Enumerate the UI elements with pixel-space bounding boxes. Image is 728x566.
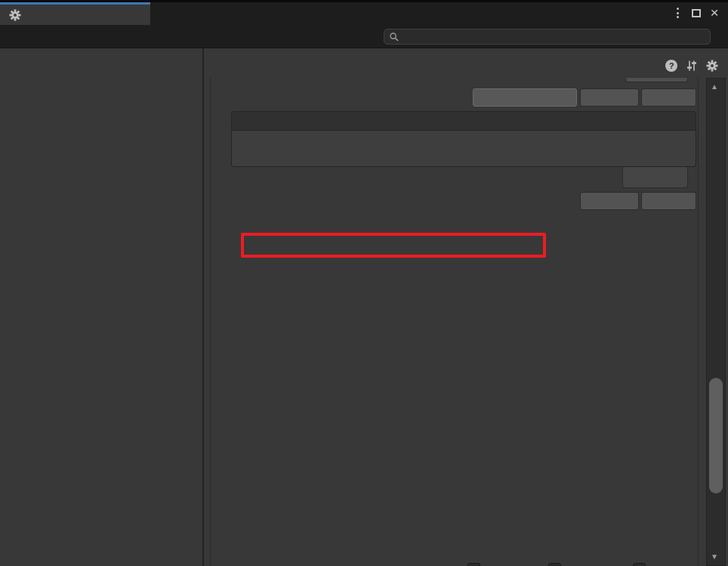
search-input[interactable] bbox=[399, 32, 694, 42]
gear-icon bbox=[9, 9, 21, 21]
window-menu-button[interactable] bbox=[671, 5, 684, 20]
compiler-arguments-empty bbox=[231, 131, 696, 167]
clipped-button[interactable] bbox=[625, 78, 688, 82]
scroll-up-arrow[interactable]: ▲ bbox=[705, 82, 724, 91]
project-settings-tab[interactable] bbox=[0, 2, 150, 25]
presets-icon[interactable] bbox=[686, 60, 698, 72]
revert-button-top[interactable] bbox=[580, 88, 639, 107]
window-titlebar: × bbox=[0, 0, 728, 25]
list-toolbar bbox=[622, 167, 688, 188]
revert-button[interactable] bbox=[580, 192, 639, 210]
close-button[interactable]: × bbox=[707, 5, 722, 20]
scrollbar-thumb[interactable] bbox=[709, 378, 723, 493]
settings-gear-icon[interactable] bbox=[706, 60, 718, 72]
stacktrace-checkbox[interactable] bbox=[548, 563, 561, 566]
scroll-down-arrow[interactable]: ▼ bbox=[705, 552, 724, 561]
search-field[interactable] bbox=[384, 29, 711, 45]
log-type-row bbox=[211, 539, 699, 560]
vertical-scrollbar[interactable]: ▲ ▼ bbox=[705, 78, 728, 566]
highlight-annotation bbox=[241, 233, 546, 258]
help-icon[interactable]: ? bbox=[665, 60, 677, 72]
settings-category-list bbox=[0, 48, 204, 566]
stacktrace-checkbox[interactable] bbox=[467, 563, 480, 566]
search-icon bbox=[389, 32, 399, 42]
maximize-button[interactable] bbox=[689, 5, 704, 20]
compiler-arguments-header bbox=[231, 111, 696, 131]
apply-button-top[interactable] bbox=[641, 88, 696, 107]
stacktrace-checkbox[interactable] bbox=[633, 563, 646, 566]
scroll-content bbox=[210, 78, 699, 566]
copy-defines-button[interactable] bbox=[473, 88, 577, 107]
apply-button[interactable] bbox=[641, 192, 696, 210]
toolbar bbox=[0, 25, 728, 48]
